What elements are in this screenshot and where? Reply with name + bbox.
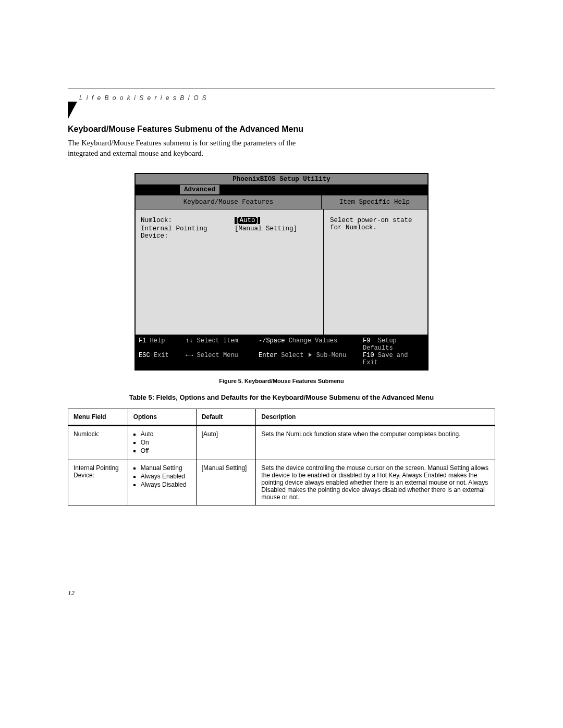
cell-description: Sets the NumLock function state when the… [256, 426, 495, 460]
panel-header-left: Keyboard/Mouse Features [136, 195, 322, 209]
list-item: Manual Setting [141, 464, 191, 472]
key-space: -/Space [259, 337, 285, 344]
corner-icon [68, 102, 77, 119]
key-f10: F10 [363, 352, 374, 359]
action-exit: Exit [154, 352, 169, 359]
help-panel: Select power-on state for Numlock. [324, 209, 427, 335]
action-select-menu: Select Menu [197, 352, 238, 359]
cell-default: [Manual Setting] [196, 460, 256, 505]
th-options: Options [128, 409, 196, 426]
table-row: Internal Pointing Device:Manual SettingA… [68, 460, 495, 505]
tab-advanced[interactable]: Advanced [180, 185, 219, 194]
triangle-right-icon [309, 353, 312, 357]
figure-caption: Figure 5. Keyboard/Mouse Features Submen… [68, 378, 495, 384]
th-default: Default [196, 409, 256, 426]
section-title: Keyboard/Mouse Features Submenu of the A… [68, 125, 495, 134]
intro-paragraph: The Keyboard/Mouse Features submenu is f… [68, 138, 299, 158]
cell-options: Manual SettingAlways EnabledAlways Disab… [128, 460, 196, 505]
bios-window: PhoenixBIOS Setup Utility Advanced Keybo… [134, 173, 429, 371]
setting-value-highlight: [Auto] [235, 217, 260, 224]
list-item: Always Disabled [141, 481, 191, 488]
options-table: Menu Field Options Default Description N… [68, 409, 495, 505]
action-submenu: Sub-Menu [316, 352, 347, 359]
cell-options: AutoOnOff [128, 426, 196, 460]
running-header: L i f e B o o k i S e r i e s B I O S [79, 94, 495, 102]
action-select: Select [281, 352, 303, 359]
cell-menu-field: Internal Pointing Device: [68, 460, 128, 505]
list-item: Always Enabled [141, 473, 191, 480]
settings-panel: Numlock: [Auto] Internal Pointing Device… [136, 209, 324, 335]
cell-default: [Auto] [196, 426, 256, 460]
list-item: Auto [141, 430, 191, 438]
th-menu-field: Menu Field [68, 409, 128, 426]
panel-header-right: Item Specific Help [322, 195, 427, 209]
key-f9: F9 [363, 337, 370, 344]
setting-value: [Manual Setting] [235, 225, 297, 240]
action-change-values: Change Values [289, 337, 338, 344]
key-f1: F1 [139, 337, 146, 344]
cell-description: Sets the device controlling the mouse cu… [256, 460, 495, 505]
list-item: Off [141, 447, 191, 454]
key-enter: Enter [259, 352, 277, 359]
table-header-row: Menu Field Options Default Description [68, 409, 495, 426]
bios-footer: F1 Help ↑↓ Select Item -/Space Change Va… [136, 335, 427, 369]
action-help: Help [150, 337, 165, 344]
key-updown: ↑↓ [186, 337, 193, 344]
th-description: Description [256, 409, 495, 426]
page-number: 12 [68, 589, 495, 597]
setting-label: Internal Pointing Device: [141, 225, 235, 240]
cell-menu-field: Numlock: [68, 426, 128, 460]
bios-tabs: Advanced [136, 185, 427, 195]
setting-numlock[interactable]: Numlock: [Auto] [141, 217, 318, 224]
key-esc: ESC [139, 352, 150, 359]
bios-title: PhoenixBIOS Setup Utility [136, 174, 427, 185]
table-caption: Table 5: Fields, Options and Defaults fo… [68, 393, 495, 401]
setting-internal-pointing-device[interactable]: Internal Pointing Device: [Manual Settin… [141, 225, 318, 240]
setting-label: Numlock: [141, 217, 235, 224]
key-leftright: ←→ [186, 352, 193, 359]
table-row: Numlock:AutoOnOff[Auto]Sets the NumLock … [68, 426, 495, 460]
list-item: On [141, 439, 191, 446]
action-select-item: Select Item [197, 337, 238, 344]
